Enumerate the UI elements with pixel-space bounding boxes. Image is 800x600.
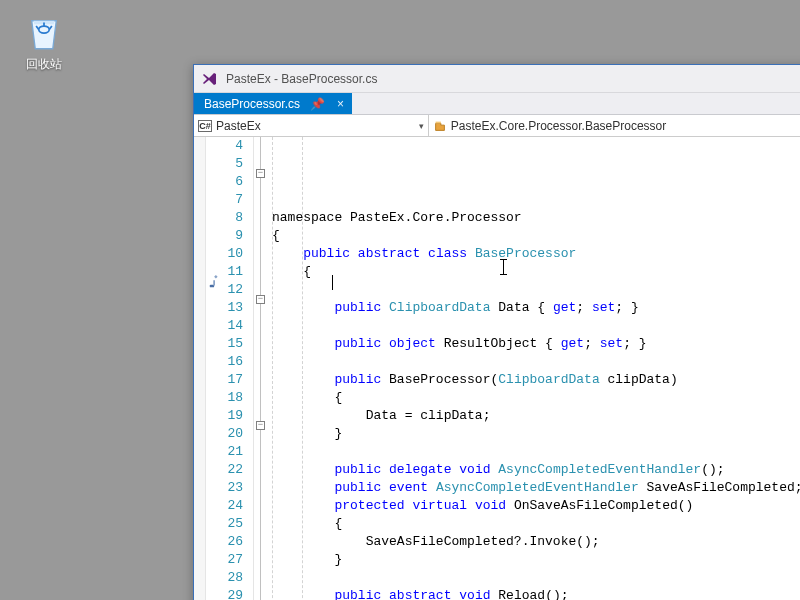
code-line[interactable] [268, 353, 800, 371]
navigation-bar: C# PasteEx ▾ PasteEx.Core.Processor.Base… [194, 115, 800, 137]
mouse-ibeam-cursor-icon [500, 259, 507, 275]
nav-class-label: PasteEx.Core.Processor.BaseProcessor [451, 119, 666, 133]
code-line[interactable]: { [268, 389, 800, 407]
line-number: 27 [206, 551, 243, 569]
line-number: 20 [206, 425, 243, 443]
line-number-gutter: 4567891011121314151617181920212223242526… [206, 137, 254, 600]
line-number: 29 [206, 587, 243, 600]
code-line[interactable] [268, 281, 800, 299]
line-number: 13 [206, 299, 243, 317]
recycle-bin[interactable]: 回收站 [14, 12, 74, 73]
line-number: 21 [206, 443, 243, 461]
line-number: 5 [206, 155, 243, 173]
line-number: 28 [206, 569, 243, 587]
indicator-margin [194, 137, 206, 600]
line-number: 25 [206, 515, 243, 533]
line-number: 6 [206, 173, 243, 191]
document-tab-active[interactable]: BaseProcessor.cs 📌 × [194, 93, 352, 114]
line-number: 15 [206, 335, 243, 353]
document-tab-label: BaseProcessor.cs [204, 97, 300, 111]
code-line[interactable] [268, 317, 800, 335]
outline-toggle[interactable]: − [256, 421, 265, 430]
code-line[interactable]: } [268, 425, 800, 443]
quick-actions-icon[interactable] [208, 275, 222, 295]
outline-toggle[interactable]: − [256, 169, 265, 178]
line-number: 23 [206, 479, 243, 497]
line-number: 22 [206, 461, 243, 479]
code-line[interactable]: SaveAsFileCompleted?.Invoke(); [268, 533, 800, 551]
code-editor[interactable]: 4567891011121314151617181920212223242526… [194, 137, 800, 600]
line-number: 14 [206, 317, 243, 335]
code-line[interactable]: public abstract class BaseProcessor [268, 245, 800, 263]
code-line[interactable] [268, 443, 800, 461]
code-line[interactable]: public ClipboardData Data { get; set; } [268, 299, 800, 317]
line-number: 9 [206, 227, 243, 245]
chevron-down-icon: ▾ [419, 121, 424, 131]
vs-window: PasteEx - BaseProcessor.cs BaseProcessor… [193, 64, 800, 600]
recycle-bin-icon [23, 12, 65, 54]
line-number: 10 [206, 245, 243, 263]
line-number: 18 [206, 389, 243, 407]
code-line[interactable]: protected virtual void OnSaveAsFileCompl… [268, 497, 800, 515]
pin-icon[interactable]: 📌 [308, 97, 327, 111]
nav-project-label: PasteEx [216, 119, 261, 133]
titlebar[interactable]: PasteEx - BaseProcessor.cs [194, 65, 800, 93]
svg-rect-0 [435, 121, 440, 123]
code-line[interactable]: } [268, 551, 800, 569]
code-line[interactable]: public BaseProcessor(ClipboardData clipD… [268, 371, 800, 389]
vs-logo-icon [198, 68, 220, 90]
code-line[interactable]: public abstract void Reload(); [268, 587, 800, 600]
nav-project-dropdown[interactable]: C# PasteEx ▾ [194, 115, 429, 136]
line-number: 16 [206, 353, 243, 371]
code-line[interactable]: { [268, 515, 800, 533]
line-number: 17 [206, 371, 243, 389]
text-caret [332, 275, 333, 290]
outline-toggle[interactable]: − [256, 295, 265, 304]
line-number: 7 [206, 191, 243, 209]
recycle-bin-label: 回收站 [14, 56, 74, 73]
svg-rect-2 [213, 280, 215, 285]
code-line[interactable]: public object ResultObject { get; set; } [268, 335, 800, 353]
code-line[interactable]: public delegate void AsyncCompletedEvent… [268, 461, 800, 479]
csharp-icon: C# [198, 119, 212, 133]
line-number: 24 [206, 497, 243, 515]
nav-class-dropdown[interactable]: PasteEx.Core.Processor.BaseProcessor ▾ [429, 115, 800, 136]
line-number: 26 [206, 533, 243, 551]
code-line[interactable]: { [268, 227, 800, 245]
code-line[interactable]: { [268, 263, 800, 281]
code-line[interactable]: public event AsyncCompletedEventHandler … [268, 479, 800, 497]
code-area[interactable]: namespace PasteEx.Core.Processor{ public… [268, 137, 800, 600]
line-number: 8 [206, 209, 243, 227]
line-number: 4 [206, 137, 243, 155]
code-line[interactable]: namespace PasteEx.Core.Processor [268, 209, 800, 227]
code-line[interactable]: Data = clipData; [268, 407, 800, 425]
class-icon [433, 119, 447, 133]
outlining-margin[interactable]: −−− [254, 137, 268, 600]
line-number: 19 [206, 407, 243, 425]
window-title: PasteEx - BaseProcessor.cs [226, 72, 377, 86]
document-tab-row: BaseProcessor.cs 📌 × [194, 93, 800, 115]
close-icon[interactable]: × [335, 97, 346, 111]
code-line[interactable] [268, 569, 800, 587]
